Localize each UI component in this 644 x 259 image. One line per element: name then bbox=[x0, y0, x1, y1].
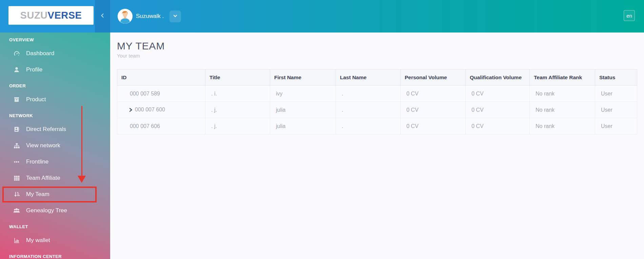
column-header-last-name[interactable]: Last Name bbox=[336, 69, 401, 86]
cell-personal-volume: 0 CV bbox=[401, 118, 466, 134]
chevron-left-icon bbox=[100, 13, 105, 20]
sidebar-item-my-wallet[interactable]: My wallet bbox=[0, 232, 110, 249]
ellipsis-icon bbox=[13, 158, 20, 165]
table-icon bbox=[13, 175, 20, 181]
my-team-table: ID Title First Name Last Name Personal V… bbox=[117, 69, 637, 134]
sidebar-section-wallet: WALLET bbox=[0, 223, 110, 230]
sidebar-item-label: Dashboard bbox=[26, 50, 54, 57]
sidebar-item-dashboard[interactable]: Dashboard bbox=[0, 45, 110, 62]
sidebar-section-network: NETWORK bbox=[0, 112, 110, 119]
column-header-first-name[interactable]: First Name bbox=[270, 69, 336, 86]
column-header-id[interactable]: ID bbox=[117, 69, 205, 86]
page-subtitle: Your team bbox=[117, 53, 637, 59]
sidebar-item-profile[interactable]: Profile bbox=[0, 62, 110, 78]
annotation-arrow-line bbox=[81, 106, 82, 176]
sidebar-item-label: Profile bbox=[26, 66, 42, 73]
cell-first-name: ivy bbox=[270, 86, 336, 102]
cell-team-affiliate-rank: No rank bbox=[530, 86, 595, 102]
sidebar-item-genealogy-tree[interactable]: Genealogy Tree bbox=[0, 202, 110, 219]
sidebar-item-direct-referrals[interactable]: Direct Referrals bbox=[0, 121, 110, 137]
sidebar-section-information-center: INFORMATION CENTER bbox=[0, 253, 110, 259]
annotation-arrow-head bbox=[78, 176, 86, 183]
user-icon bbox=[13, 66, 20, 73]
users-icon bbox=[13, 207, 20, 214]
table-header-row: ID Title First Name Last Name Personal V… bbox=[117, 69, 637, 86]
sidebar-item-label: Direct Referrals bbox=[26, 126, 66, 133]
annotation-highlight-rectangle bbox=[2, 187, 97, 202]
id-value: 000 007 606 bbox=[130, 123, 160, 129]
logo-text-verse: VERSE bbox=[48, 10, 82, 21]
cell-team-affiliate-rank: No rank bbox=[530, 118, 595, 134]
sidebar-item-label: Product bbox=[26, 96, 46, 103]
table-row: 000 007 600 . j. julia . 0 CV 0 CV No ra… bbox=[117, 102, 637, 118]
cell-id: 000 007 589 bbox=[117, 86, 205, 102]
cell-id: 000 007 606 bbox=[117, 118, 205, 134]
cell-qualification-volume: 0 CV bbox=[466, 86, 530, 102]
brand-area: SUZUVERSE bbox=[0, 0, 110, 33]
expand-row-icon[interactable] bbox=[128, 107, 133, 113]
cell-personal-volume: 0 CV bbox=[401, 102, 466, 118]
user-dropdown-button[interactable] bbox=[169, 10, 181, 22]
sidebar-item-label: Team Affiliate bbox=[26, 175, 60, 181]
column-header-personal-volume[interactable]: Personal Volume bbox=[401, 69, 466, 86]
cell-last-name: . bbox=[336, 86, 401, 102]
id-value: 000 007 589 bbox=[130, 91, 160, 96]
sidebar-item-view-network[interactable]: View network bbox=[0, 137, 110, 154]
cell-qualification-volume: 0 CV bbox=[466, 118, 530, 134]
avatar bbox=[118, 9, 133, 24]
sidebar-section-overview: OVERVIEW bbox=[0, 37, 110, 43]
sidebar-section-order: ORDER bbox=[0, 83, 110, 89]
cell-title: . i. bbox=[205, 86, 270, 102]
cell-personal-volume: 0 CV bbox=[401, 86, 466, 102]
table-row: 000 007 606 . j. julia . 0 CV 0 CV No ra… bbox=[117, 118, 637, 134]
sidebar-item-team-affiliate[interactable]: Team Affiliate bbox=[0, 170, 110, 186]
main-content: MY TEAM Your team ID Title First Name La… bbox=[110, 33, 644, 259]
suzuverse-logo[interactable]: SUZUVERSE bbox=[8, 6, 94, 25]
cell-status: User bbox=[595, 118, 637, 134]
product-icon bbox=[13, 96, 20, 103]
sidebar-item-label: Frontline bbox=[26, 158, 48, 165]
sitemap-icon bbox=[13, 142, 20, 149]
user-menu[interactable]: Suzuwalk . bbox=[118, 9, 181, 24]
sidebar-collapse-button[interactable] bbox=[95, 0, 110, 33]
language-selector[interactable]: en bbox=[624, 10, 635, 21]
page-title: MY TEAM bbox=[117, 41, 637, 51]
address-book-icon bbox=[13, 126, 20, 133]
sidebar-item-frontline[interactable]: Frontline bbox=[0, 154, 110, 170]
column-header-team-affiliate-rank[interactable]: Team Affiliate Rank bbox=[530, 69, 595, 86]
cell-first-name: julia bbox=[270, 102, 336, 118]
id-value: 000 007 600 bbox=[135, 107, 165, 112]
cell-last-name: . bbox=[336, 102, 401, 118]
sidebar-item-label: My wallet bbox=[26, 237, 50, 244]
sidebar-item-label: Genealogy Tree bbox=[26, 207, 67, 214]
column-header-qualification-volume[interactable]: Qualification Volume bbox=[466, 69, 530, 86]
cell-status: User bbox=[595, 86, 637, 102]
cell-title: . j. bbox=[205, 118, 270, 134]
dashboard-icon bbox=[13, 50, 20, 57]
table-row: 000 007 589 . i. ivy . 0 CV 0 CV No rank… bbox=[117, 86, 637, 102]
cell-id: 000 007 600 bbox=[117, 102, 205, 118]
chevron-down-icon bbox=[173, 14, 178, 19]
sidebar-item-product[interactable]: Product bbox=[0, 91, 110, 108]
cell-last-name: . bbox=[336, 118, 401, 134]
bar-chart-icon bbox=[13, 237, 20, 244]
logo-text-suzu: SUZU bbox=[20, 10, 48, 21]
cell-title: . j. bbox=[205, 102, 270, 118]
sidebar-menu: OVERVIEW Dashboard Profile ORDER Product… bbox=[0, 33, 110, 259]
column-header-status[interactable]: Status bbox=[595, 69, 637, 86]
cell-status: User bbox=[595, 102, 637, 118]
column-header-title[interactable]: Title bbox=[205, 69, 270, 86]
sidebar: SUZUVERSE OVERVIEW Dashboard Profile ORD… bbox=[0, 0, 110, 259]
top-header-bar: Suzuwalk . en bbox=[110, 0, 644, 33]
cell-first-name: julia bbox=[270, 118, 336, 134]
cell-team-affiliate-rank: No rank bbox=[530, 102, 595, 118]
cell-qualification-volume: 0 CV bbox=[466, 102, 530, 118]
user-name: Suzuwalk . bbox=[136, 13, 164, 20]
sidebar-item-label: View network bbox=[26, 142, 60, 149]
